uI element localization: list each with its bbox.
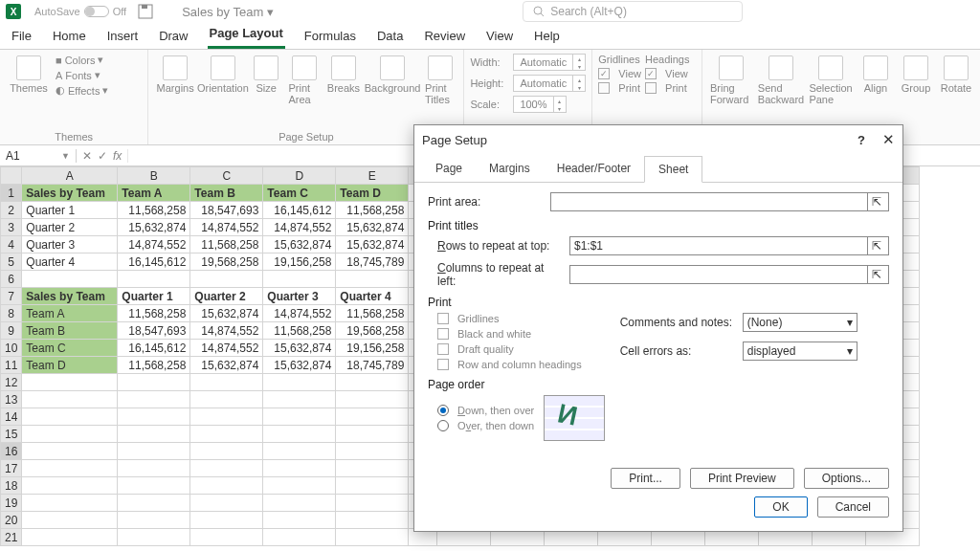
- row-header[interactable]: 6: [1, 271, 22, 288]
- row-header[interactable]: 21: [1, 529, 22, 546]
- options-button[interactable]: Options...: [804, 468, 889, 489]
- col-header[interactable]: C: [190, 167, 263, 185]
- cell[interactable]: [118, 271, 190, 288]
- cell[interactable]: 16,145,612: [263, 202, 336, 219]
- name-box[interactable]: A1▼: [0, 149, 77, 163]
- cell[interactable]: 19,568,258: [190, 253, 263, 271]
- cell[interactable]: [190, 529, 263, 546]
- cell[interactable]: Team B: [22, 322, 118, 340]
- cell[interactable]: Team C: [22, 340, 118, 357]
- col-header[interactable]: E: [336, 167, 409, 185]
- dialog-tab-sheet[interactable]: Sheet: [644, 156, 702, 183]
- tab-review[interactable]: Review: [422, 25, 467, 49]
- cell[interactable]: [118, 495, 190, 512]
- cell[interactable]: Quarter 1: [118, 288, 190, 305]
- themes-button[interactable]: Themes: [6, 54, 52, 96]
- print-titles-button[interactable]: Print Titles: [423, 54, 457, 107]
- tab-draw[interactable]: Draw: [157, 25, 189, 49]
- cell[interactable]: Team A: [118, 185, 190, 202]
- cell[interactable]: 15,632,874: [190, 357, 263, 374]
- cell[interactable]: [118, 408, 190, 426]
- cell[interactable]: [118, 374, 190, 391]
- rows-repeat-input[interactable]: $1:$1 ⇱: [569, 236, 889, 255]
- row-header[interactable]: 16: [1, 443, 22, 460]
- cell[interactable]: 11,568,258: [336, 305, 409, 322]
- print-area-input[interactable]: ⇱: [550, 192, 889, 211]
- cell[interactable]: [22, 408, 118, 426]
- row-header[interactable]: 8: [1, 305, 22, 322]
- row-header[interactable]: 20: [1, 512, 22, 529]
- cell[interactable]: [118, 391, 190, 408]
- cell[interactable]: [190, 391, 263, 408]
- cell[interactable]: [22, 495, 118, 512]
- row-header[interactable]: 14: [1, 408, 22, 426]
- cell[interactable]: 15,632,874: [190, 305, 263, 322]
- cell[interactable]: [22, 529, 118, 546]
- down-then-over-radio[interactable]: Down, then over: [437, 405, 534, 416]
- cell[interactable]: 14,874,552: [263, 219, 336, 236]
- row-header[interactable]: 10: [1, 340, 22, 357]
- dialog-tab-header-footer[interactable]: Header/Footer: [544, 156, 644, 182]
- cell[interactable]: [336, 426, 409, 443]
- tab-view[interactable]: View: [484, 25, 515, 49]
- cell[interactable]: [263, 460, 336, 477]
- dialog-tab-page[interactable]: Page: [422, 156, 476, 182]
- cell[interactable]: 14,874,552: [190, 340, 263, 357]
- dialog-titlebar[interactable]: Page Setup ? ✕: [414, 125, 902, 154]
- row-header[interactable]: 4: [1, 236, 22, 253]
- cell[interactable]: [263, 271, 336, 288]
- cell[interactable]: Team B: [190, 185, 263, 202]
- row-header[interactable]: 7: [1, 288, 22, 305]
- row-header[interactable]: 2: [1, 202, 22, 219]
- cell[interactable]: 18,745,789: [336, 357, 409, 374]
- row-header[interactable]: 3: [1, 219, 22, 236]
- headings-view[interactable]: ✓ View: [645, 68, 689, 79]
- fx-icon[interactable]: fx: [113, 149, 122, 163]
- cell[interactable]: 14,874,552: [118, 236, 190, 253]
- effects-button[interactable]: ◐ Effects ▾: [56, 84, 108, 97]
- cell[interactable]: [336, 512, 409, 529]
- cell[interactable]: [263, 529, 336, 546]
- row-header[interactable]: 18: [1, 477, 22, 495]
- cell[interactable]: Team C: [263, 185, 336, 202]
- cell[interactable]: [263, 477, 336, 495]
- col-header[interactable]: D: [263, 167, 336, 185]
- cell[interactable]: Team D: [22, 357, 118, 374]
- cell[interactable]: [263, 443, 336, 460]
- cell[interactable]: [190, 271, 263, 288]
- cell[interactable]: Quarter 3: [22, 236, 118, 253]
- row-header[interactable]: 1: [1, 185, 22, 202]
- range-pick-icon[interactable]: ⇱: [867, 237, 884, 254]
- size-button[interactable]: Size: [250, 54, 283, 96]
- dialog-tab-margins[interactable]: Margins: [476, 156, 544, 182]
- col-header[interactable]: A: [22, 167, 118, 185]
- cancel-button[interactable]: Cancel: [817, 496, 889, 518]
- cell[interactable]: [190, 512, 263, 529]
- cell[interactable]: [118, 477, 190, 495]
- cell[interactable]: Sales by Team: [22, 185, 118, 202]
- margins-button[interactable]: Margins: [154, 54, 196, 96]
- cell[interactable]: 18,547,693: [118, 322, 190, 340]
- cell[interactable]: [190, 443, 263, 460]
- cell[interactable]: 19,156,258: [336, 340, 409, 357]
- cell[interactable]: [336, 495, 409, 512]
- group-button[interactable]: Group: [898, 54, 934, 96]
- cell[interactable]: [22, 443, 118, 460]
- cell[interactable]: 15,632,874: [336, 219, 409, 236]
- cell[interactable]: [263, 374, 336, 391]
- accept-icon[interactable]: ✓: [98, 149, 107, 163]
- fonts-button[interactable]: A Fonts ▾: [56, 69, 108, 81]
- cell[interactable]: Sales by Team: [22, 288, 118, 305]
- cell[interactable]: Quarter 3: [263, 288, 336, 305]
- over-then-down-radio[interactable]: Over, then down: [437, 420, 534, 431]
- breaks-button[interactable]: Breaks: [325, 54, 362, 96]
- cell[interactable]: 18,745,789: [336, 253, 409, 271]
- cell[interactable]: [336, 460, 409, 477]
- row-header[interactable]: 12: [1, 374, 22, 391]
- close-icon[interactable]: ✕: [882, 131, 895, 148]
- scale-spinner[interactable]: 100%▴▾: [513, 96, 566, 113]
- cell[interactable]: 16,145,612: [118, 340, 190, 357]
- cancel-icon[interactable]: ✕: [82, 149, 92, 163]
- rotate-button[interactable]: Rotate: [938, 54, 974, 96]
- print-bw-checkbox[interactable]: Black and white: [437, 328, 582, 340]
